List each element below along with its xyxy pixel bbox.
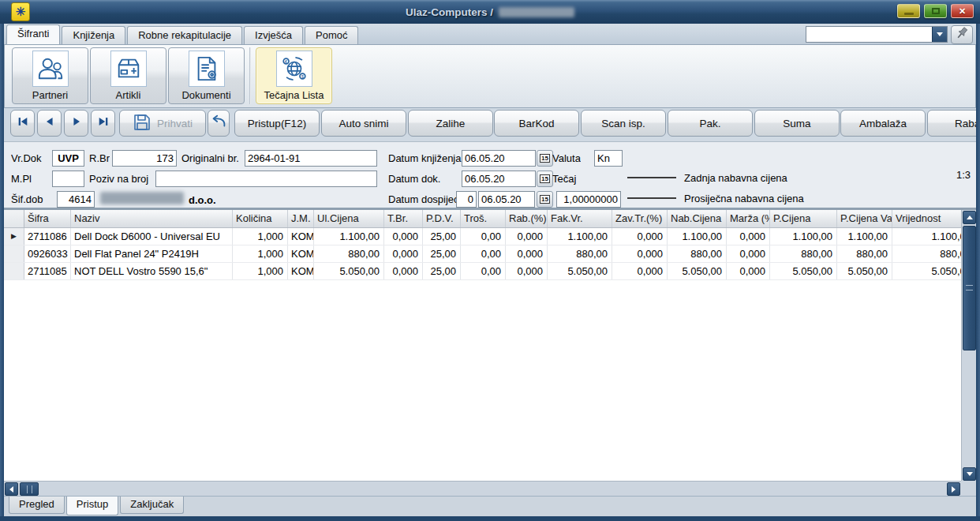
pin-button[interactable] (951, 25, 973, 44)
toolbar-button-label: Tečajna Lista (264, 89, 324, 101)
menu-tab-pomoc[interactable]: Pomoć (305, 26, 358, 44)
sif-dob-input[interactable] (57, 191, 95, 208)
action-button-auto-snimi[interactable]: Auto snimi (321, 110, 406, 137)
toolbar-button-dokumenti[interactable]: Dokumenti (168, 47, 245, 104)
last-purchase-price-line (627, 177, 676, 178)
cell-p-d-v: 25,00 (423, 263, 461, 279)
window-border-bottom (0, 516, 980, 521)
vertical-scroll-thumb[interactable] (963, 226, 976, 350)
vr-dok-input[interactable] (52, 150, 84, 167)
menu-tab-robne-rekapitulacije[interactable]: Robne rekapitulacije (127, 26, 242, 44)
table-row[interactable]: ▶2711086Dell Dock D6000 - Universal EU1,… (4, 228, 976, 246)
combo-dropdown-button[interactable] (932, 27, 947, 42)
action-button-zalihe[interactable]: Zalihe (408, 110, 493, 137)
scroll-up-button[interactable] (963, 211, 976, 224)
poziv-na-broj-input[interactable] (155, 171, 377, 187)
column-header-sifra[interactable]: Šifra (24, 210, 71, 227)
table-row[interactable]: 2711085NOT DELL Vostro 5590 15,6"1,000KO… (4, 263, 976, 280)
horizontal-scroll-thumb[interactable] (20, 482, 39, 496)
bottom-tab-pristup[interactable]: Pristup (66, 497, 118, 515)
datum-dok-input[interactable] (462, 171, 536, 187)
cell-kolicina: 1,000 (233, 228, 288, 245)
originalni-br-input[interactable] (245, 150, 377, 167)
action-button-raba[interactable]: Raba (927, 110, 980, 137)
column-header-zav-tr[interactable]: Zav.Tr.(%) (612, 210, 668, 227)
cell-naziv: Dell Flat Panel 24" P2419H (71, 246, 233, 262)
horizontal-scrollbar[interactable] (4, 481, 961, 496)
row-marker-cell (4, 263, 24, 279)
column-header-marza[interactable]: Marža (%) (727, 210, 770, 227)
minimize-button[interactable] (897, 4, 920, 18)
app-icon[interactable]: ✳ (11, 2, 30, 21)
cell-sifra: 2711085 (24, 263, 71, 279)
dospijece-dana-input[interactable] (456, 191, 477, 208)
arrow-down-icon (967, 472, 973, 476)
first-record-icon (17, 115, 29, 131)
prev-record-button[interactable] (37, 110, 62, 137)
accept-button[interactable]: Prihvati (119, 110, 206, 137)
action-button-barkod[interactable]: BarKod (494, 110, 579, 137)
scroll-right-button[interactable] (947, 482, 960, 496)
scroll-down-button[interactable] (963, 467, 976, 481)
cell-rab: 0,000 (506, 246, 548, 262)
column-header-kolicina[interactable]: Količina (233, 210, 288, 227)
action-button-scan-isp[interactable]: Scan isp. (581, 110, 666, 137)
action-button-pak[interactable]: Pak. (668, 110, 753, 137)
table-row[interactable]: 0926033Dell Flat Panel 24" P2419H1,000KO… (4, 246, 976, 263)
column-header-naziv[interactable]: Naziv (71, 210, 233, 227)
sif-dob-label: Šif.dob (11, 193, 50, 205)
first-record-button[interactable] (10, 110, 35, 137)
cell-zav-tr: 0,000 (612, 263, 668, 279)
cell-ul-cijena: 880,00 (314, 246, 384, 262)
column-header-j-m[interactable]: J.M. (288, 210, 314, 227)
tecaj-input[interactable] (556, 191, 621, 208)
calendar-button[interactable]: 15 (537, 191, 553, 208)
document-form: Vr.Dok R.Br Originalni br. Datum knjižen… (4, 141, 976, 209)
scrollbar-corner (961, 481, 976, 496)
next-record-button[interactable] (64, 110, 88, 137)
close-button[interactable]: ✕ (951, 4, 974, 18)
tecaj-label: Tečaj (552, 173, 576, 185)
column-header-t-br[interactable]: T.Br. (384, 210, 423, 227)
column-header-tros[interactable]: Troš. (461, 210, 506, 227)
valuta-input[interactable] (594, 150, 623, 167)
column-header-nab-cijena[interactable]: Nab.Cijena (668, 210, 727, 227)
undo-button[interactable] (208, 110, 230, 137)
save-icon (133, 113, 151, 134)
datum-knjizenja-input[interactable] (462, 150, 536, 167)
menu-tab-knjizenja[interactable]: Knjiženja (62, 26, 125, 44)
datum-dospijeca-input[interactable] (478, 191, 535, 208)
column-header-p-d-v[interactable]: P.D.V. (423, 210, 461, 227)
maximize-button[interactable] (924, 4, 947, 18)
partners-icon (32, 51, 69, 87)
bottom-tab-pregled[interactable]: Pregled (9, 497, 65, 514)
window-border-right (976, 24, 980, 521)
scroll-left-button[interactable] (5, 482, 18, 496)
toolbar-button-partneri[interactable]: Partneri (12, 47, 88, 104)
calendar-button[interactable]: 15 (537, 171, 553, 187)
cell-rab: 0,000 (506, 228, 548, 245)
toolbar-button-tecajna-lista[interactable]: €$Tečajna Lista (256, 47, 332, 104)
menu-tab-sifranti[interactable]: Šifranti (6, 24, 60, 44)
quick-search-input[interactable] (806, 27, 932, 42)
column-header-rab[interactable]: Rab.(%) (506, 210, 548, 227)
column-header-fak-vr[interactable]: Fak.Vr. (548, 210, 612, 227)
next-record-icon (70, 115, 83, 131)
toolbar-button-artikli[interactable]: Artikli (90, 47, 166, 104)
vertical-scrollbar[interactable] (961, 210, 976, 482)
column-header-ul-cijena[interactable]: Ul.Cijena (314, 210, 384, 227)
datum-knjizenja-label: Datum knjiženja (388, 152, 462, 164)
bottom-tab-zakljucak[interactable]: Zaključak (120, 497, 184, 514)
action-button-suma[interactable]: Suma (754, 110, 840, 137)
column-header-p-cijena[interactable]: P.Cijena (770, 210, 837, 227)
calendar-button[interactable]: 15 (537, 150, 553, 167)
datum-dospijeca-label: Datum dospijeća (388, 193, 465, 205)
r-br-input[interactable] (112, 150, 177, 167)
menu-tab-izvjesca[interactable]: Izvješća (244, 26, 303, 44)
action-button-pristup-f12[interactable]: Pristup(F12) (234, 110, 320, 137)
column-header-p-cijena-val[interactable]: P.Cijena Val. (837, 210, 892, 227)
action-button-ambalaza[interactable]: Ambalaža (840, 110, 926, 137)
toolbar-button-label: Dokumenti (181, 89, 230, 101)
last-record-button[interactable] (91, 110, 115, 137)
m-pl-input[interactable] (52, 171, 84, 187)
